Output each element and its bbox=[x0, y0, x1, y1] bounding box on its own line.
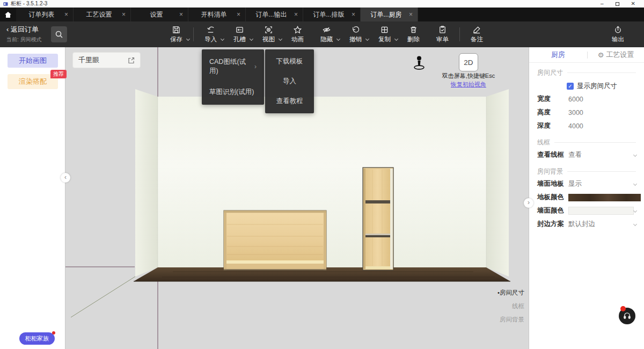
menu-item-download-template[interactable]: 下载模板 bbox=[265, 52, 314, 71]
collapse-panel-button[interactable]: › bbox=[524, 198, 533, 208]
gear-icon: ⚙ bbox=[598, 51, 604, 59]
import-button[interactable]: 导入 bbox=[199, 23, 223, 46]
view-2d-button[interactable]: 2D bbox=[459, 53, 478, 71]
notification-dot bbox=[620, 306, 626, 311]
hole-slot-icon bbox=[235, 25, 244, 34]
view-icon bbox=[264, 25, 273, 34]
depth-value[interactable]: 4000 bbox=[568, 122, 583, 130]
copy-button[interactable]: 复制 bbox=[372, 23, 397, 46]
tab-cutting-list[interactable]: 开料清单 × bbox=[188, 8, 246, 21]
wall-color-swatch[interactable] bbox=[568, 207, 634, 215]
chevron-down-icon[interactable] bbox=[336, 37, 340, 41]
depth-row: 深度 4000 bbox=[529, 119, 644, 133]
undo-button[interactable]: 撤销 bbox=[343, 23, 368, 46]
save-button[interactable]: 保存 bbox=[164, 23, 188, 46]
menu-item-view-tutorial[interactable]: 查看教程 bbox=[265, 91, 314, 111]
tab-order-list[interactable]: 订单列表 × bbox=[16, 8, 74, 21]
tab-bar: 订单列表 × 工艺设置 × 设置 × 开料清单 × 订单...输出 × 订单..… bbox=[0, 8, 644, 21]
restore-button[interactable] bbox=[616, 2, 619, 6]
show-room-size-row[interactable]: ✓ 显示房间尺寸 bbox=[529, 79, 644, 92]
hole-slot-button[interactable]: 孔槽 bbox=[228, 23, 252, 46]
export-icon bbox=[613, 25, 623, 34]
chevron-down-icon[interactable] bbox=[633, 182, 637, 186]
chevron-down-icon[interactable] bbox=[221, 37, 224, 41]
left-wall bbox=[135, 89, 158, 277]
cad-submenu: 下载模板 导入 查看教程 bbox=[265, 49, 314, 113]
chevron-down-icon[interactable] bbox=[633, 209, 637, 213]
tab-close-icon[interactable]: × bbox=[352, 11, 355, 18]
chevron-down-icon[interactable] bbox=[365, 37, 369, 41]
wall-color-row[interactable]: 墙面颜色 bbox=[529, 204, 644, 217]
collapse-sidebar-button[interactable]: ‹ bbox=[61, 173, 70, 183]
chevron-down-icon[interactable] bbox=[633, 222, 637, 226]
right-wall bbox=[486, 89, 509, 277]
star-icon bbox=[293, 25, 302, 34]
external-link-icon[interactable] bbox=[128, 57, 135, 64]
floor-color-row[interactable]: 地板颜色 bbox=[529, 191, 644, 204]
design-canvas[interactable]: 千里眼 CAD图纸(试用) › 草图识别(试用) 下载模板 导入 查看教程 2D… bbox=[65, 47, 529, 349]
width-value[interactable]: 6000 bbox=[568, 96, 583, 103]
view-button[interactable]: 视图 bbox=[257, 23, 281, 46]
chevron-down-icon[interactable] bbox=[279, 37, 282, 41]
clairvoyance-search-box[interactable]: 千里眼 bbox=[72, 52, 141, 68]
import-dropdown-menu: CAD图纸(试用) › 草图识别(试用) bbox=[202, 49, 264, 105]
tab-order-layout[interactable]: 订单...排版 × bbox=[303, 8, 361, 21]
tab-close-icon[interactable]: × bbox=[64, 11, 68, 18]
chevron-down-icon[interactable] bbox=[250, 37, 253, 41]
render-match-button[interactable]: 渲染搭配 推荐 bbox=[8, 74, 58, 89]
wall-floor-row[interactable]: 墙面地板 显示 bbox=[529, 177, 644, 191]
edge-banding-row[interactable]: 封边方案 默认封边 bbox=[529, 217, 644, 231]
section-room-background: 房间背景 bbox=[537, 167, 636, 176]
home-icon[interactable] bbox=[0, 8, 16, 21]
tab-order-kitchen[interactable]: 订单...厨房 × bbox=[361, 8, 418, 21]
properties-panel: 厨房 ⚙ 工艺设置 房间尺寸 ✓ 显示房间尺寸 宽度 6000 高度 3000 … bbox=[529, 47, 644, 349]
width-row: 宽度 6000 bbox=[529, 92, 644, 106]
floor-color-swatch[interactable] bbox=[568, 194, 641, 201]
animation-button[interactable]: 动画 bbox=[286, 23, 310, 46]
legend-room-size[interactable]: •房间尺寸 bbox=[497, 289, 524, 297]
review-order-button[interactable]: 审单 bbox=[430, 23, 455, 46]
hide-button[interactable]: 隐藏 bbox=[314, 23, 339, 46]
tab-close-icon[interactable]: × bbox=[179, 11, 183, 18]
search-button[interactable] bbox=[51, 26, 67, 42]
note-button[interactable]: 备注 bbox=[465, 23, 489, 46]
chevron-down-icon[interactable] bbox=[394, 37, 398, 41]
panel-tab-craft-settings[interactable]: ⚙ 工艺设置 bbox=[588, 50, 644, 60]
minimize-button[interactable]: – bbox=[601, 1, 604, 6]
menu-item-import[interactable]: 导入 bbox=[265, 71, 314, 91]
tab-craft-settings[interactable]: 工艺设置 × bbox=[74, 8, 131, 21]
screen-hint-text: 双击屏幕,快捷键Esc bbox=[420, 72, 517, 80]
axis-line-diagonal bbox=[71, 277, 135, 317]
close-button[interactable]: ✕ bbox=[631, 1, 635, 6]
back-to-order-button[interactable]: ‹ 返回订单 当前: 房间模式 bbox=[6, 25, 42, 43]
save-icon bbox=[172, 25, 181, 34]
checkbox-checked-icon[interactable]: ✓ bbox=[567, 83, 574, 90]
chevron-down-icon[interactable] bbox=[633, 153, 637, 157]
tab-close-icon[interactable]: × bbox=[122, 11, 126, 18]
reset-view-link[interactable]: 恢复初始视角 bbox=[420, 81, 517, 89]
height-value[interactable]: 3000 bbox=[568, 109, 583, 117]
customer-service-button[interactable] bbox=[619, 308, 635, 324]
chevron-down-icon[interactable] bbox=[186, 37, 190, 41]
tab-settings[interactable]: 设置 × bbox=[131, 8, 188, 21]
tab-close-icon[interactable]: × bbox=[294, 11, 298, 18]
view-wireframe-row[interactable]: 查看线框 查看 bbox=[529, 148, 644, 162]
family-button[interactable]: 柜柜家族 bbox=[19, 332, 55, 345]
current-mode-label: 当前: 房间模式 bbox=[6, 36, 42, 43]
undo-icon bbox=[351, 25, 360, 34]
tab-order-output[interactable]: 订单...输出 × bbox=[246, 8, 303, 21]
section-wireframe: 线框 bbox=[537, 138, 636, 147]
walkthrough-person-icon[interactable] bbox=[414, 56, 424, 69]
output-button[interactable]: 输出 bbox=[606, 23, 630, 46]
legend-room-background[interactable]: 房间背景 bbox=[497, 316, 524, 324]
panel-tab-kitchen[interactable]: 厨房 bbox=[529, 50, 587, 60]
tab-close-icon[interactable]: × bbox=[409, 11, 413, 18]
menu-item-cad-drawing[interactable]: CAD图纸(试用) › bbox=[202, 52, 264, 82]
cabinet-tall bbox=[363, 168, 393, 270]
toolbar: ‹ 返回订单 当前: 房间模式 保存 导入 孔槽 视图 动 bbox=[0, 21, 644, 47]
start-drawing-button[interactable]: 开始画图 bbox=[8, 54, 58, 68]
menu-item-sketch-recognition[interactable]: 草图识别(试用) bbox=[202, 82, 264, 103]
legend-wireframe[interactable]: 线框 bbox=[497, 302, 524, 310]
delete-button[interactable]: 删除 bbox=[401, 23, 426, 46]
tab-close-icon[interactable]: × bbox=[237, 11, 240, 18]
